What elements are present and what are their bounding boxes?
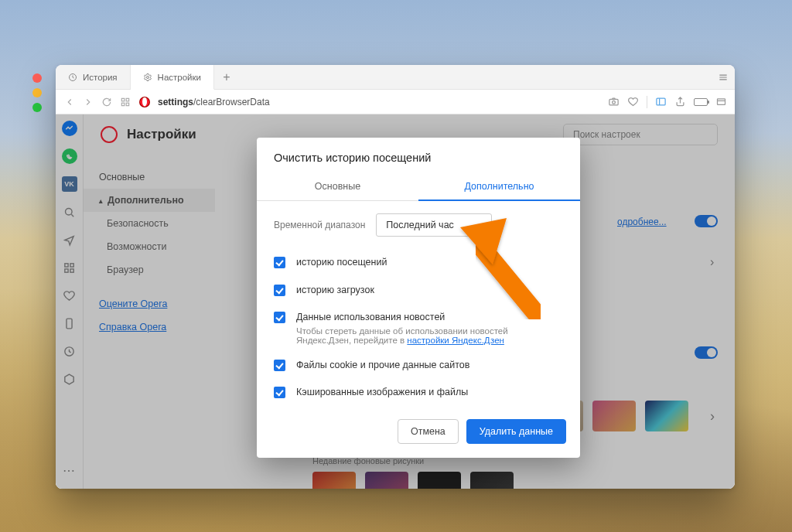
heart-icon[interactable] (627, 96, 639, 107)
svg-rect-6 (609, 99, 618, 105)
checkbox-icon (274, 257, 285, 268)
cancel-button[interactable]: Отмена (398, 419, 459, 444)
svg-rect-5 (126, 103, 129, 106)
checkbox-icon (274, 360, 285, 371)
checkbox-icon (274, 285, 285, 296)
address-bar[interactable]: settings/clearBrowserData (158, 97, 270, 107)
new-tab-button[interactable]: + (214, 65, 239, 89)
mac-traffic-lights (32, 73, 42, 112)
speed-dial-button[interactable] (119, 96, 131, 108)
share-icon[interactable] (674, 96, 686, 107)
time-range-select[interactable]: Последний час (376, 213, 492, 237)
toggle-panels-icon[interactable] (715, 96, 727, 107)
tab-label: История (83, 73, 118, 82)
modal-tab-advanced[interactable]: Дополнительно (418, 173, 580, 201)
browser-window: История Настройки + settings/clearBrowse… (56, 65, 735, 489)
opera-logo-icon (139, 97, 150, 107)
svg-rect-4 (121, 103, 125, 106)
checkbox-icon (274, 387, 285, 398)
svg-point-7 (613, 101, 616, 104)
tab-label: Настройки (158, 73, 201, 82)
svg-rect-8 (657, 98, 665, 105)
delete-data-button[interactable]: Удалить данные (466, 419, 566, 444)
checkbox-news[interactable]: Данные использования новостей Чтобы стер… (274, 304, 563, 352)
toolbar: settings/clearBrowserData (56, 90, 735, 114)
svg-point-1 (146, 76, 148, 78)
checkbox-downloads[interactable]: историю загрузок (274, 277, 563, 305)
time-range-label: Временной диапазон (274, 220, 365, 230)
easy-setup-icon[interactable] (712, 65, 735, 89)
modal-title: Очистить историю посещений (257, 138, 580, 173)
clear-data-modal: Очистить историю посещений Основные Допо… (257, 138, 580, 458)
tab-strip: История Настройки + (56, 65, 735, 90)
svg-rect-9 (718, 99, 725, 105)
zen-settings-link[interactable]: настройки Яндекс.Дзен (407, 336, 504, 345)
svg-rect-2 (121, 98, 125, 101)
forward-button[interactable] (82, 96, 94, 108)
snapshot-icon[interactable] (608, 96, 620, 107)
reload-button[interactable] (101, 96, 113, 108)
battery-icon (694, 98, 708, 106)
checkbox-cookies[interactable]: Файлы cookie и прочие данные сайтов (274, 352, 563, 380)
svg-rect-3 (126, 98, 129, 101)
gear-icon (143, 73, 152, 82)
checkbox-cache[interactable]: Кэшированные изображения и файлы (274, 379, 563, 407)
checkbox-history[interactable]: историю посещений (274, 249, 563, 277)
clock-icon (68, 73, 77, 82)
checkbox-icon (274, 312, 285, 323)
tab-history[interactable]: История (56, 65, 131, 89)
sidebar-toggle-icon[interactable] (655, 96, 667, 107)
back-button[interactable] (63, 96, 76, 108)
modal-tab-basic[interactable]: Основные (257, 173, 418, 200)
tab-settings[interactable]: Настройки (131, 65, 214, 90)
